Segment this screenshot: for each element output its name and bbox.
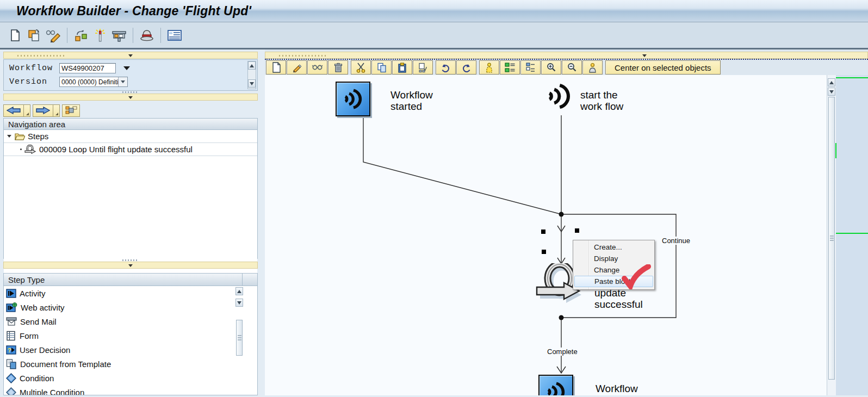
scroll-down-button[interactable] [248, 79, 256, 88]
find-person-icon[interactable] [582, 60, 603, 75]
copy-icon[interactable] [27, 28, 42, 43]
back-history-dropdown[interactable] [24, 104, 30, 117]
version-select[interactable]: 0000 (0000) Definition [59, 77, 128, 87]
test-icon[interactable] [139, 28, 154, 43]
list-item[interactable]: ? User Decision [4, 343, 257, 357]
scroll-up-button[interactable] [828, 78, 835, 86]
list-item-label: User Decision [20, 345, 70, 355]
chevron-down-icon [128, 264, 133, 267]
list-item[interactable]: Document from Template [4, 357, 257, 371]
workflow-dropdown-icon[interactable] [123, 66, 130, 70]
nav-button-row [3, 101, 258, 118]
forward-history-dropdown[interactable] [53, 104, 60, 117]
forward-button[interactable] [33, 104, 60, 117]
svg-text:?: ? [8, 346, 11, 353]
document-from-template-icon [6, 359, 17, 369]
start-trigger-node[interactable] [543, 78, 575, 116]
levels-icon[interactable] [520, 60, 541, 75]
collapse-strip-nav[interactable] [3, 94, 258, 101]
splitter-grip[interactable] [122, 259, 139, 261]
version-select-button[interactable] [118, 77, 127, 86]
user-decision-icon: ? [6, 345, 16, 355]
guide-line [836, 233, 868, 234]
app-toolbar [0, 22, 868, 49]
back-button[interactable] [3, 104, 30, 117]
scroll-down-button[interactable] [828, 88, 835, 96]
collapse-strip-steptype[interactable] [3, 262, 258, 269]
workflow-id-input[interactable] [59, 63, 116, 73]
splitter-grip[interactable] [122, 91, 139, 93]
zoom-in-icon[interactable] [541, 60, 561, 75]
generate-icon[interactable] [111, 28, 127, 43]
center-button-label: Center on selected objects [615, 63, 711, 72]
scroll-down-button[interactable] [235, 299, 243, 307]
cut-scissors-icon[interactable] [351, 60, 371, 75]
redo-icon[interactable] [456, 60, 476, 75]
structure-button[interactable] [62, 104, 80, 117]
overview-pane [836, 75, 868, 395]
table-view-icon[interactable] [167, 28, 182, 43]
list-item[interactable]: Activity [4, 286, 257, 300]
workflow-builder-window: Workflow Builder - Change 'Flight Upd' W… [0, 0, 868, 397]
scroll-thumb[interactable] [236, 320, 243, 356]
list-item[interactable]: Web activity [4, 300, 257, 314]
paste-block-icon[interactable] [413, 60, 433, 75]
wizard-icon[interactable] [92, 28, 108, 43]
step-list-scrollbar[interactable] [234, 287, 244, 395]
list-item[interactable]: Form [4, 328, 257, 343]
complete-edge-label: Complete [546, 348, 579, 356]
workflow-label: Workflow [9, 64, 59, 73]
tree-node-steps[interactable]: Steps [4, 130, 257, 143]
edit-pencil-icon[interactable] [287, 60, 307, 75]
display-change-icon[interactable] [46, 28, 61, 43]
new-icon[interactable] [266, 60, 286, 75]
version-row: Version 0000 (0000) Definition [9, 77, 128, 87]
canvas-vertical-scrollbar[interactable] [827, 75, 836, 395]
paste-clipboard-icon[interactable] [392, 60, 412, 75]
structure-icon [65, 106, 77, 115]
undo-icon[interactable] [436, 60, 456, 75]
main-area: Workflow Version 0000 (0000) Definition [0, 49, 868, 395]
delete-trash-icon[interactable] [328, 60, 348, 75]
zoom-out-icon[interactable] [562, 60, 582, 75]
activity-icon [6, 288, 16, 299]
menu-item-display[interactable]: Display [573, 253, 654, 264]
collapse-caret-icon[interactable] [7, 135, 11, 138]
scroll-up-button[interactable] [248, 61, 256, 70]
create-icon[interactable] [8, 28, 23, 43]
navigation-area-header: Navigation area [3, 118, 258, 130]
list-item[interactable]: Multiple Condition [4, 385, 257, 395]
collapse-strip-graph[interactable] [265, 52, 868, 59]
context-menu: Create... Display Change Paste block [573, 240, 655, 290]
tree-node-label: Steps [28, 132, 48, 141]
tree-item-loop-step[interactable]: 000009 Loop Until flight update successf… [4, 143, 257, 156]
tree-bullet [20, 148, 22, 150]
workflow-form: Workflow Version 0000 (0000) Definition [3, 59, 258, 91]
copy-pages-icon[interactable] [371, 60, 392, 75]
workflow-canvas[interactable]: Workflow started [265, 75, 827, 395]
scroll-thumb[interactable] [828, 97, 835, 380]
copy-object-icon[interactable] [73, 28, 89, 43]
center-on-selected-button[interactable]: Center on selected objects [605, 60, 721, 75]
display-glasses-icon[interactable] [307, 60, 327, 75]
navigation-area-title: Navigation area [8, 120, 65, 129]
arrow-left-icon [7, 107, 21, 114]
navigation-tree: Steps 000009 Loop Until flight update su… [3, 130, 258, 259]
workflow-started-node[interactable] [336, 82, 370, 116]
list-item[interactable]: Send Mail [4, 314, 257, 328]
list-item[interactable]: Condition [4, 371, 257, 385]
collapse-strip-top[interactable] [3, 52, 258, 59]
menu-item-create[interactable]: Create... [573, 241, 654, 253]
guide-line [835, 143, 836, 158]
toolbar-separator [67, 28, 67, 43]
event-wave-icon [543, 380, 568, 395]
form-scrollbar[interactable] [247, 61, 256, 89]
insert-icon[interactable] [479, 60, 499, 75]
workflow-completed-node[interactable] [538, 375, 573, 395]
loop-node-label: update successful [594, 287, 643, 310]
align-icon[interactable] [500, 60, 520, 75]
list-item-label: Form [20, 331, 39, 340]
scroll-up-button[interactable] [235, 287, 243, 295]
web-activity-icon [6, 302, 17, 313]
start-trigger-label: start the work flow [580, 89, 623, 112]
